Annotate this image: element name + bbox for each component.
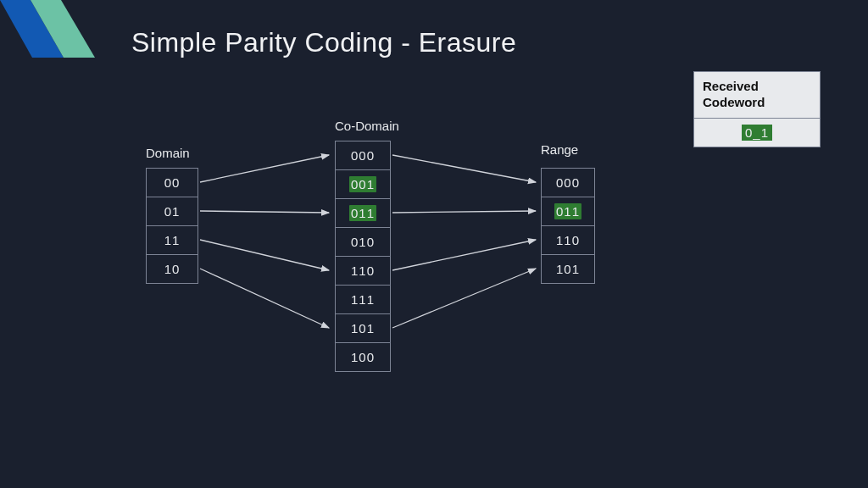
codomain-value: 011	[349, 205, 376, 221]
svg-line-8	[392, 240, 536, 270]
codomain-cell: 100	[335, 342, 391, 372]
domain-cell: 10	[146, 254, 198, 284]
domain-value: 10	[164, 262, 181, 276]
range-value: 011	[554, 203, 581, 219]
range-value: 110	[556, 233, 580, 247]
svg-line-6	[392, 155, 536, 182]
range-cell: 011	[541, 197, 595, 226]
domain-value: 11	[164, 233, 181, 247]
domain-cell: 01	[146, 197, 198, 226]
svg-line-3	[200, 211, 329, 213]
codomain-value: 000	[351, 148, 375, 163]
codomain-value: 111	[351, 292, 375, 307]
range-cell: 000	[541, 168, 595, 197]
codomain-value: 101	[351, 321, 375, 336]
svg-line-2	[200, 155, 329, 182]
received-header: Received Codeword	[694, 72, 820, 119]
range-label: Range	[541, 142, 578, 157]
domain-cell: 11	[146, 225, 198, 255]
range-cells: 000011110101	[541, 168, 595, 284]
codomain-cell: 101	[335, 313, 391, 343]
codomain-label: Co-Domain	[335, 119, 399, 133]
range-value: 000	[556, 175, 580, 190]
codomain-value: 110	[351, 263, 375, 278]
received-codeword-box: Received Codeword 0_1	[693, 71, 821, 147]
codomain-cell: 011	[335, 198, 391, 228]
domain-value: 00	[164, 175, 181, 190]
codomain-cell: 001	[335, 169, 391, 199]
domain-value: 01	[164, 204, 181, 219]
codomain-cell: 000	[335, 141, 391, 170]
range-cell: 110	[541, 225, 595, 255]
svg-line-5	[200, 269, 329, 328]
range-value: 101	[556, 262, 580, 276]
codomain-value: 100	[351, 350, 375, 364]
domain-label: Domain	[146, 146, 190, 160]
slide-title: Simple Parity Coding - Erasure	[131, 27, 516, 58]
svg-line-9	[392, 269, 536, 328]
codomain-cells: 000001011010110111101100	[335, 141, 391, 372]
codomain-cell: 010	[335, 227, 391, 257]
corner-accent-icon	[0, 0, 102, 102]
domain-cells: 00011110	[146, 168, 198, 284]
codomain-value: 010	[351, 235, 375, 249]
codomain-value: 001	[349, 176, 376, 192]
range-cell: 101	[541, 254, 595, 284]
svg-marker-1	[31, 0, 95, 58]
domain-cell: 00	[146, 168, 198, 197]
svg-marker-0	[0, 0, 64, 58]
codomain-cell: 110	[335, 256, 391, 286]
svg-line-4	[200, 240, 329, 270]
svg-line-7	[392, 211, 536, 213]
codomain-cell: 111	[335, 285, 391, 314]
received-value: 0_1	[694, 119, 820, 147]
